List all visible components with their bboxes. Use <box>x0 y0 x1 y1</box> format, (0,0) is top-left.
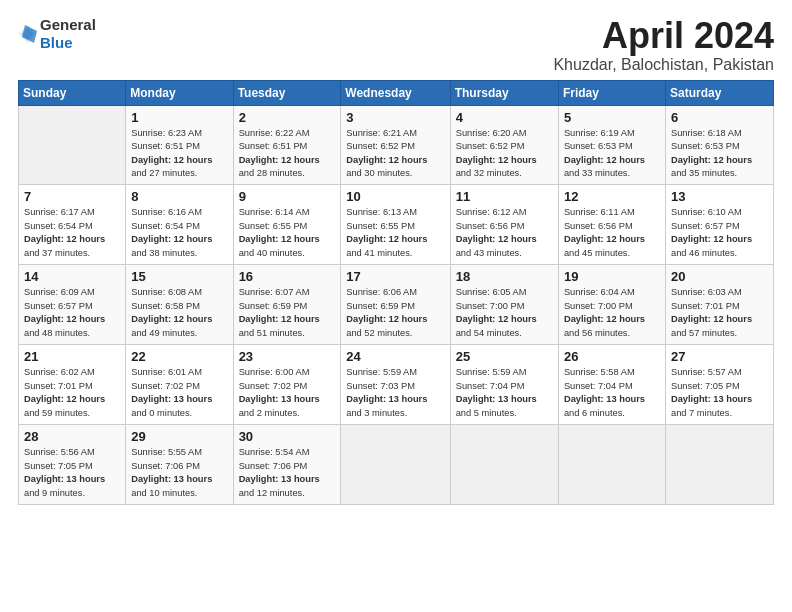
day-info: Sunrise: 5:59 AMSunset: 7:03 PMDaylight:… <box>346 366 444 420</box>
day-number: 13 <box>671 189 768 204</box>
day-number: 29 <box>131 429 227 444</box>
svg-marker-2 <box>22 25 37 43</box>
subtitle: Khuzdar, Balochistan, Pakistan <box>553 56 774 74</box>
calendar-cell: 28Sunrise: 5:56 AMSunset: 7:05 PMDayligh… <box>19 425 126 505</box>
day-info: Sunrise: 6:09 AMSunset: 6:57 PMDaylight:… <box>24 286 120 340</box>
col-tuesday: Tuesday <box>233 80 341 105</box>
calendar-week-2: 7Sunrise: 6:17 AMSunset: 6:54 PMDaylight… <box>19 185 774 265</box>
calendar-cell: 18Sunrise: 6:05 AMSunset: 7:00 PMDayligh… <box>450 265 558 345</box>
day-info: Sunrise: 5:59 AMSunset: 7:04 PMDaylight:… <box>456 366 553 420</box>
day-number: 10 <box>346 189 444 204</box>
day-info: Sunrise: 6:14 AMSunset: 6:55 PMDaylight:… <box>239 206 336 260</box>
col-monday: Monday <box>126 80 233 105</box>
day-info: Sunrise: 6:10 AMSunset: 6:57 PMDaylight:… <box>671 206 768 260</box>
day-number: 19 <box>564 269 660 284</box>
day-number: 8 <box>131 189 227 204</box>
day-info: Sunrise: 6:19 AMSunset: 6:53 PMDaylight:… <box>564 127 660 181</box>
day-number: 6 <box>671 110 768 125</box>
day-info: Sunrise: 6:07 AMSunset: 6:59 PMDaylight:… <box>239 286 336 340</box>
day-number: 1 <box>131 110 227 125</box>
day-info: Sunrise: 6:00 AMSunset: 7:02 PMDaylight:… <box>239 366 336 420</box>
day-info: Sunrise: 6:22 AMSunset: 6:51 PMDaylight:… <box>239 127 336 181</box>
day-info: Sunrise: 6:03 AMSunset: 7:01 PMDaylight:… <box>671 286 768 340</box>
day-number: 30 <box>239 429 336 444</box>
calendar-week-4: 21Sunrise: 6:02 AMSunset: 7:01 PMDayligh… <box>19 345 774 425</box>
logo-general: General <box>40 16 96 33</box>
calendar-cell: 16Sunrise: 6:07 AMSunset: 6:59 PMDayligh… <box>233 265 341 345</box>
day-info: Sunrise: 6:08 AMSunset: 6:58 PMDaylight:… <box>131 286 227 340</box>
calendar-cell: 1Sunrise: 6:23 AMSunset: 6:51 PMDaylight… <box>126 105 233 185</box>
day-number: 16 <box>239 269 336 284</box>
day-number: 28 <box>24 429 120 444</box>
calendar-header: Sunday Monday Tuesday Wednesday Thursday… <box>19 80 774 105</box>
day-number: 20 <box>671 269 768 284</box>
day-info: Sunrise: 6:23 AMSunset: 6:51 PMDaylight:… <box>131 127 227 181</box>
calendar-cell: 6Sunrise: 6:18 AMSunset: 6:53 PMDaylight… <box>665 105 773 185</box>
day-info: Sunrise: 6:13 AMSunset: 6:55 PMDaylight:… <box>346 206 444 260</box>
day-info: Sunrise: 6:12 AMSunset: 6:56 PMDaylight:… <box>456 206 553 260</box>
calendar-cell: 11Sunrise: 6:12 AMSunset: 6:56 PMDayligh… <box>450 185 558 265</box>
title-block: April 2024 Khuzdar, Balochistan, Pakista… <box>553 16 774 74</box>
calendar-week-1: 1Sunrise: 6:23 AMSunset: 6:51 PMDaylight… <box>19 105 774 185</box>
day-number: 5 <box>564 110 660 125</box>
calendar-cell <box>19 105 126 185</box>
calendar-cell: 26Sunrise: 5:58 AMSunset: 7:04 PMDayligh… <box>558 345 665 425</box>
calendar-cell <box>665 425 773 505</box>
day-number: 9 <box>239 189 336 204</box>
calendar-cell <box>450 425 558 505</box>
col-friday: Friday <box>558 80 665 105</box>
calendar-cell: 5Sunrise: 6:19 AMSunset: 6:53 PMDaylight… <box>558 105 665 185</box>
calendar-cell: 8Sunrise: 6:16 AMSunset: 6:54 PMDaylight… <box>126 185 233 265</box>
calendar-cell: 13Sunrise: 6:10 AMSunset: 6:57 PMDayligh… <box>665 185 773 265</box>
logo-icon <box>18 24 38 44</box>
calendar-cell: 14Sunrise: 6:09 AMSunset: 6:57 PMDayligh… <box>19 265 126 345</box>
calendar-cell: 17Sunrise: 6:06 AMSunset: 6:59 PMDayligh… <box>341 265 450 345</box>
calendar-cell: 20Sunrise: 6:03 AMSunset: 7:01 PMDayligh… <box>665 265 773 345</box>
day-info: Sunrise: 6:11 AMSunset: 6:56 PMDaylight:… <box>564 206 660 260</box>
day-info: Sunrise: 5:58 AMSunset: 7:04 PMDaylight:… <box>564 366 660 420</box>
day-info: Sunrise: 6:05 AMSunset: 7:00 PMDaylight:… <box>456 286 553 340</box>
calendar-cell: 24Sunrise: 5:59 AMSunset: 7:03 PMDayligh… <box>341 345 450 425</box>
day-number: 3 <box>346 110 444 125</box>
day-info: Sunrise: 5:54 AMSunset: 7:06 PMDaylight:… <box>239 446 336 500</box>
logo-blue: Blue <box>40 34 73 51</box>
calendar-cell: 21Sunrise: 6:02 AMSunset: 7:01 PMDayligh… <box>19 345 126 425</box>
calendar-cell: 2Sunrise: 6:22 AMSunset: 6:51 PMDaylight… <box>233 105 341 185</box>
logo-text: General Blue <box>40 16 96 52</box>
day-info: Sunrise: 5:55 AMSunset: 7:06 PMDaylight:… <box>131 446 227 500</box>
calendar-cell: 29Sunrise: 5:55 AMSunset: 7:06 PMDayligh… <box>126 425 233 505</box>
calendar-cell: 22Sunrise: 6:01 AMSunset: 7:02 PMDayligh… <box>126 345 233 425</box>
day-info: Sunrise: 6:01 AMSunset: 7:02 PMDaylight:… <box>131 366 227 420</box>
day-number: 26 <box>564 349 660 364</box>
calendar-table: Sunday Monday Tuesday Wednesday Thursday… <box>18 80 774 505</box>
calendar-week-5: 28Sunrise: 5:56 AMSunset: 7:05 PMDayligh… <box>19 425 774 505</box>
day-number: 17 <box>346 269 444 284</box>
calendar-cell: 10Sunrise: 6:13 AMSunset: 6:55 PMDayligh… <box>341 185 450 265</box>
calendar-cell: 27Sunrise: 5:57 AMSunset: 7:05 PMDayligh… <box>665 345 773 425</box>
day-number: 15 <box>131 269 227 284</box>
day-info: Sunrise: 6:17 AMSunset: 6:54 PMDaylight:… <box>24 206 120 260</box>
main-title: April 2024 <box>553 16 774 56</box>
day-number: 12 <box>564 189 660 204</box>
day-number: 14 <box>24 269 120 284</box>
day-number: 21 <box>24 349 120 364</box>
day-number: 2 <box>239 110 336 125</box>
day-number: 7 <box>24 189 120 204</box>
header: General Blue April 2024 Khuzdar, Balochi… <box>18 16 774 74</box>
calendar-cell: 9Sunrise: 6:14 AMSunset: 6:55 PMDaylight… <box>233 185 341 265</box>
calendar-week-3: 14Sunrise: 6:09 AMSunset: 6:57 PMDayligh… <box>19 265 774 345</box>
day-number: 25 <box>456 349 553 364</box>
logo: General Blue <box>18 16 96 52</box>
calendar-cell: 15Sunrise: 6:08 AMSunset: 6:58 PMDayligh… <box>126 265 233 345</box>
day-number: 11 <box>456 189 553 204</box>
day-number: 22 <box>131 349 227 364</box>
day-number: 27 <box>671 349 768 364</box>
calendar-body: 1Sunrise: 6:23 AMSunset: 6:51 PMDaylight… <box>19 105 774 504</box>
calendar-cell: 12Sunrise: 6:11 AMSunset: 6:56 PMDayligh… <box>558 185 665 265</box>
page: General Blue April 2024 Khuzdar, Balochi… <box>0 0 792 612</box>
header-row: Sunday Monday Tuesday Wednesday Thursday… <box>19 80 774 105</box>
col-wednesday: Wednesday <box>341 80 450 105</box>
day-number: 4 <box>456 110 553 125</box>
calendar-cell <box>558 425 665 505</box>
calendar-cell <box>341 425 450 505</box>
